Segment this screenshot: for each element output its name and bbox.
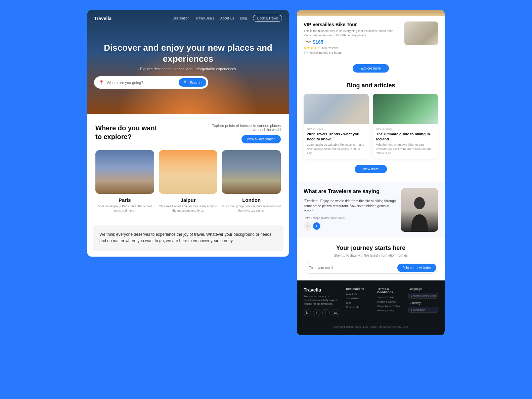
linkedin-icon[interactable]: in [322, 309, 330, 316]
vip-description: This is the ultimate way to se everythin… [304, 29, 400, 37]
footer-logo: Travella [304, 287, 339, 293]
footer-col-2-title: Terms & Conditions [377, 287, 402, 294]
footer-right: Language English (United States) Currenc… [408, 287, 438, 317]
vip-from-label: From [304, 40, 311, 44]
currency-label: Currency [408, 301, 438, 305]
hero-search-bar[interactable]: 📍 🔍 Search [94, 76, 208, 89]
nav-link-destination[interactable]: Destination [173, 16, 189, 20]
jaipur-desc: This small access Jaipur tour, early ent… [159, 204, 218, 213]
destination-paris[interactable]: Paris Book small group Paris tours, Pari… [95, 150, 154, 213]
explore-description: Explore points of interest in various pl… [207, 124, 281, 132]
footer-divider [304, 322, 438, 322]
jaipur-name: Jaipur [181, 197, 196, 203]
footer-top: Travella The perfect variety of experien… [304, 287, 438, 317]
footer-link-terms[interactable]: Terms Of Use [377, 296, 402, 299]
blog-card-1[interactable]: Nov 14, 2022 2022 Travel Trends - what y… [304, 94, 369, 159]
hero-nav: Travella Destination Travel Deals About … [87, 10, 289, 27]
star-2: ★ [307, 46, 310, 50]
view-more-row: View more [304, 164, 438, 177]
testimonial-nav: ‹ › [304, 222, 397, 230]
search-button[interactable]: 🔍 Search [179, 78, 206, 87]
footer-link-guides[interactable]: Our Guides [346, 297, 370, 300]
vip-duration: Approximately 6.5 hours [309, 51, 342, 54]
star-4: ★ [314, 46, 317, 50]
twitter-icon[interactable]: tw [332, 309, 339, 316]
instagram-icon[interactable]: ig [304, 309, 311, 316]
destination-london[interactable]: London Our small group London tours offe… [222, 150, 281, 213]
vip-title: VIP Versailles Bike Tour [304, 21, 400, 28]
view-all-button[interactable]: View all destination [241, 135, 281, 143]
email-input[interactable] [309, 264, 397, 272]
nav-link-blog[interactable]: Blog [240, 16, 247, 20]
blog-image-2 [373, 94, 438, 124]
footer-copyright: Copyright @2022 Target LLC - 1089 18th S… [304, 325, 438, 328]
explore-title: Where do you want to explore? [95, 124, 163, 141]
left-panel: Travella Destination Travel Deals About … [87, 10, 289, 257]
star-5: ★ [317, 46, 320, 50]
nav-link-about[interactable]: About Us [220, 16, 234, 20]
facebook-icon[interactable]: f [313, 309, 320, 316]
vip-price-row: From $165 [304, 39, 400, 45]
footer-link-cancellation[interactable]: Cancellation Policy [377, 305, 402, 308]
blog-section-title: Blog and articles [304, 82, 438, 89]
footer-col-terms: Terms & Conditions Terms Of Use Health &… [377, 287, 402, 317]
nav-links: Destination Travel Deals About Us Blog B… [173, 15, 282, 22]
blog-date-1: Nov 14, 2022 [307, 127, 365, 130]
hero-title: Discover and enjoy your new places and e… [94, 42, 282, 64]
hero-content: Discover and enjoy your new places and e… [94, 42, 282, 89]
destinations-grid: Paris Book small group Paris tours, Pari… [95, 150, 281, 213]
testimonial-image [401, 188, 438, 232]
footer-link-about[interactable]: About Us [346, 293, 370, 296]
footer-link-contact[interactable]: Contact Us [346, 306, 370, 309]
jaipur-image [159, 150, 218, 194]
nav-next-button[interactable]: › [313, 222, 320, 230]
statement-text: We think everyone deserves to experience… [99, 231, 277, 244]
search-input[interactable] [107, 81, 176, 85]
blog-card-2[interactable]: Nov 05, 2022 The Ultimate guide to hikin… [373, 94, 438, 159]
newsletter-button[interactable]: Join our newsletter [397, 264, 436, 272]
paris-image [95, 150, 154, 194]
testimonial-author: -Mira Philips (Rome Bike Tour) [304, 216, 397, 220]
explore-right: Explore points of interest in various pl… [207, 124, 281, 143]
hero-subtitle: Explore destination, places, and unforge… [94, 67, 282, 71]
paris-desc: Book small group Paris tours, Paris food… [95, 204, 154, 213]
vip-section: VIP Versailles Bike Tour This is the ult… [297, 16, 445, 60]
vip-duration-row: 🕐 Approximately 6.5 hours [304, 51, 400, 54]
explore-more-button[interactable]: Explore more [353, 64, 389, 73]
newsletter-form: Join our newsletter [304, 262, 438, 274]
star-1: ★ [304, 46, 307, 50]
footer-col-1-title: Destinations [346, 287, 370, 291]
currency-select[interactable]: $ (American) [408, 307, 438, 313]
newsletter-section: Your journey starts here Stay up to date… [297, 238, 445, 280]
vip-info: VIP Versailles Bike Tour This is the ult… [304, 21, 400, 54]
clock-icon: 🕐 [304, 51, 308, 54]
language-select[interactable]: English (United States) [408, 293, 438, 299]
vip-stars: ★ ★ ★ ★ ★ 180 reviews [304, 46, 400, 50]
explore-header: Where do you want to explore? Explore po… [95, 124, 281, 143]
blog-desc-2: Whether you're an avid hiker or you cons… [376, 143, 435, 156]
footer-link-privacy[interactable]: Privacy Policy [377, 309, 402, 312]
blog-card-1-body: Nov 14, 2022 2022 Travel Trends - what y… [304, 124, 369, 159]
blog-image-1 [304, 94, 369, 124]
blog-desc-1: 2020 taught us valuable life lessons. Pl… [307, 143, 365, 156]
testimonial-heading: What are Travelers are saying [304, 188, 397, 195]
vip-reviews: 180 reviews [322, 46, 338, 50]
footer-link-health[interactable]: Health & Safety [377, 300, 402, 303]
book-travel-button[interactable]: Book a Travel [253, 15, 282, 22]
nav-link-deals[interactable]: Travel Deals [195, 16, 214, 20]
location-icon: 📍 [99, 80, 104, 85]
nav-logo: Travella [94, 16, 112, 21]
hero-section: Travella Destination Travel Deals About … [87, 10, 289, 114]
language-label: Language [408, 287, 438, 291]
vip-price: $165 [313, 39, 323, 45]
nav-prev-button[interactable]: ‹ [304, 222, 311, 230]
vip-image [404, 21, 438, 45]
search-icon: 🔍 [183, 80, 188, 85]
footer-brand: Travella The perfect variety of experien… [304, 287, 339, 317]
destination-jaipur[interactable]: Jaipur This small access Jaipur tour, ea… [159, 150, 218, 213]
view-more-button[interactable]: View more [355, 165, 387, 173]
footer-link-blog[interactable]: Blog [346, 301, 370, 304]
newsletter-title: Your journey starts here [304, 245, 438, 252]
blog-section: Blog and articles Nov 14, 2022 2022 Trav… [297, 77, 445, 182]
blog-title-1: 2022 Travel Trends - what you need to kn… [307, 132, 365, 141]
